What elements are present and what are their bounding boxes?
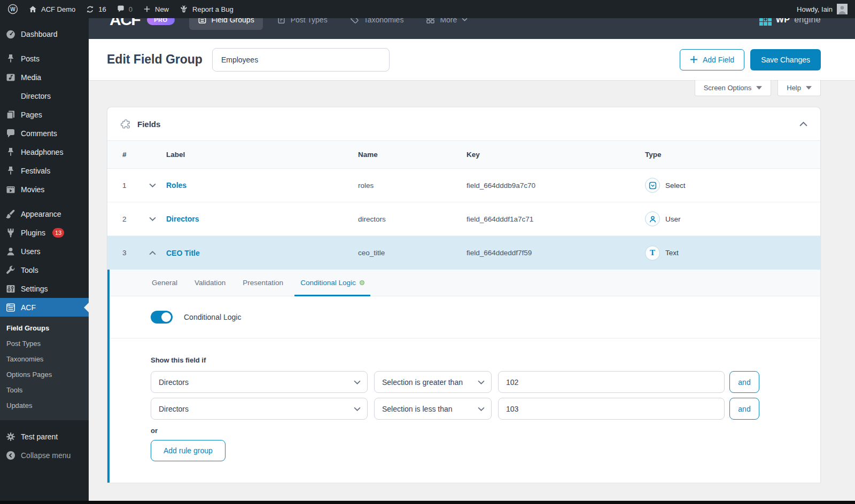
new-menu[interactable]: New — [143, 5, 169, 13]
site-menu[interactable]: ACF Demo — [28, 5, 75, 14]
tab-presentation[interactable]: Presentation — [242, 270, 284, 296]
tab-label: Presentation — [243, 279, 283, 287]
sidebar-item-settings[interactable]: Settings — [0, 279, 89, 298]
sidebar-item-label: Media — [21, 73, 41, 82]
field-label-link[interactable]: Roles — [166, 181, 358, 190]
users-icon — [5, 246, 16, 257]
sidebar-item-label: Settings — [21, 285, 48, 293]
updates-menu[interactable]: 16 — [86, 5, 106, 14]
add-rule-group-button[interactable]: Add rule group — [151, 440, 226, 461]
report-bug-menu[interactable]: Report a Bug — [179, 4, 234, 14]
submenu-item-field-groups[interactable]: Field Groups — [0, 320, 89, 336]
rule-row: Directors Selection is less than and — [151, 398, 820, 420]
rule-value-input[interactable] — [498, 371, 725, 393]
field-group-title-input[interactable] — [212, 48, 390, 72]
field-name: roles — [358, 182, 467, 190]
tab-validation[interactable]: Validation — [193, 270, 227, 296]
rule-operator-value: Selection is less than — [382, 405, 453, 413]
sidebar-item-label: Dashboard — [21, 30, 58, 38]
and-rule-button[interactable]: and — [729, 371, 759, 393]
sidebar-item-tools[interactable]: Tools — [0, 261, 89, 279]
sidebar-item-acf[interactable]: ACF — [0, 298, 89, 317]
help-tab[interactable]: Help — [778, 80, 821, 96]
col-name: Name — [358, 151, 467, 159]
collapse-row-button[interactable] — [149, 251, 160, 255]
svg-text:W: W — [10, 6, 15, 12]
fields-panel-title: Fields — [137, 120, 160, 129]
plugins-update-badge: 13 — [52, 228, 64, 238]
conditional-logic-toggle[interactable] — [151, 311, 173, 324]
rule-operator-select[interactable]: Selection is greater than — [374, 371, 492, 393]
updates-count: 16 — [98, 5, 106, 13]
sidebar-item-posts[interactable]: Posts — [0, 49, 89, 68]
table-row: 1 Roles roles field_664dddb9a7c70 Select — [107, 169, 820, 202]
sidebar-item-plugins[interactable]: Plugins 13 — [0, 223, 89, 242]
col-num: # — [122, 151, 149, 159]
admin-bar-account[interactable]: Howdy, Iain — [797, 4, 848, 14]
sidebar-item-label: Movies — [21, 185, 44, 194]
sidebar-item-pages[interactable]: Pages — [0, 105, 89, 124]
window-edge — [0, 501, 855, 504]
user-type-icon — [645, 211, 660, 226]
expand-row-button[interactable] — [149, 217, 160, 221]
rule-field-select[interactable]: Directors — [151, 398, 368, 420]
save-changes-button[interactable]: Save Changes — [750, 49, 821, 70]
wordpress-logo-icon[interactable]: W — [7, 4, 18, 14]
sidebar-item-label: Posts — [21, 54, 40, 63]
screen-options-tab[interactable]: Screen Options — [695, 80, 772, 96]
field-key: field_664dddf1a7c71 — [467, 215, 645, 223]
sidebar-item-label: Appearance — [21, 210, 61, 218]
submenu-item-post-types[interactable]: Post Types — [0, 336, 89, 351]
sidebar-item-test-parent[interactable]: Test parent — [0, 427, 89, 446]
tab-general[interactable]: General — [151, 270, 178, 296]
comments-menu[interactable]: 0 — [116, 5, 133, 13]
add-field-button[interactable]: Add Field — [680, 49, 744, 70]
menu-gap — [0, 199, 89, 204]
field-type: T Text — [645, 246, 820, 261]
sidebar-item-dashboard[interactable]: Dashboard — [0, 25, 89, 43]
sidebar-item-label: Collapse menu — [21, 451, 71, 460]
collapse-menu-button[interactable]: Collapse menu — [0, 446, 89, 464]
bug-icon — [179, 4, 189, 14]
sidebar-item-movies[interactable]: Movies — [0, 180, 89, 199]
sidebar-footer: Test parent Collapse menu — [0, 427, 89, 464]
rule-value-input[interactable] — [498, 398, 725, 420]
sidebar-item-label: Test parent — [21, 432, 58, 441]
avatar — [837, 4, 848, 14]
panel-collapse-button[interactable] — [799, 122, 807, 127]
chevron-down-icon — [149, 217, 156, 221]
submenu-item-taxonomies[interactable]: Taxonomies — [0, 351, 89, 367]
add-field-label: Add Field — [703, 56, 734, 64]
sidebar-item-media[interactable]: Media — [0, 68, 89, 86]
conditional-logic-toggle-row: Conditional Logic — [110, 296, 820, 338]
tab-label: Validation — [195, 279, 226, 287]
gear-icon — [5, 431, 16, 442]
site-name: ACF Demo — [41, 5, 75, 13]
field-label-link[interactable]: Directors — [166, 215, 358, 223]
sidebar-item-users[interactable]: Users — [0, 242, 89, 261]
rule-field-select[interactable]: Directors — [151, 371, 368, 393]
sidebar-item-label: Users — [21, 247, 41, 256]
fields-panel-header: Fields — [107, 107, 820, 141]
sidebar-item-appearance[interactable]: Appearance — [0, 204, 89, 223]
chevron-up-icon — [799, 122, 807, 127]
sidebar-item-directors[interactable]: Directors — [0, 86, 89, 105]
field-label-link[interactable]: CEO Title — [166, 249, 358, 257]
and-rule-button[interactable]: and — [729, 398, 759, 420]
sidebar-item-comments[interactable]: Comments — [0, 124, 89, 143]
submenu-item-options-pages[interactable]: Options Pages — [0, 367, 89, 382]
sidebar-item-festivals[interactable]: Festivals — [0, 161, 89, 180]
submenu-item-tools[interactable]: Tools — [0, 382, 89, 398]
sidebar-item-headphones[interactable]: Headphones — [0, 143, 89, 161]
table-row-expanded: 3 CEO Title ceo_title field_664ddeddf7f5… — [107, 236, 820, 270]
sidebar-item-label: Tools — [21, 266, 38, 274]
rule-operator-select[interactable]: Selection is less than — [374, 398, 492, 420]
expand-row-button[interactable] — [149, 183, 160, 187]
sidebar-item-label: ACF — [21, 303, 36, 312]
sidebar-item-label: Pages — [21, 111, 42, 119]
field-type-label: Text — [665, 249, 679, 257]
submenu-item-updates[interactable]: Updates — [0, 398, 89, 413]
col-key: Key — [467, 151, 645, 159]
table-row: 2 Directors directors field_664dddf1a7c7… — [107, 202, 820, 236]
tab-conditional-logic[interactable]: Conditional Logic — [299, 270, 366, 296]
